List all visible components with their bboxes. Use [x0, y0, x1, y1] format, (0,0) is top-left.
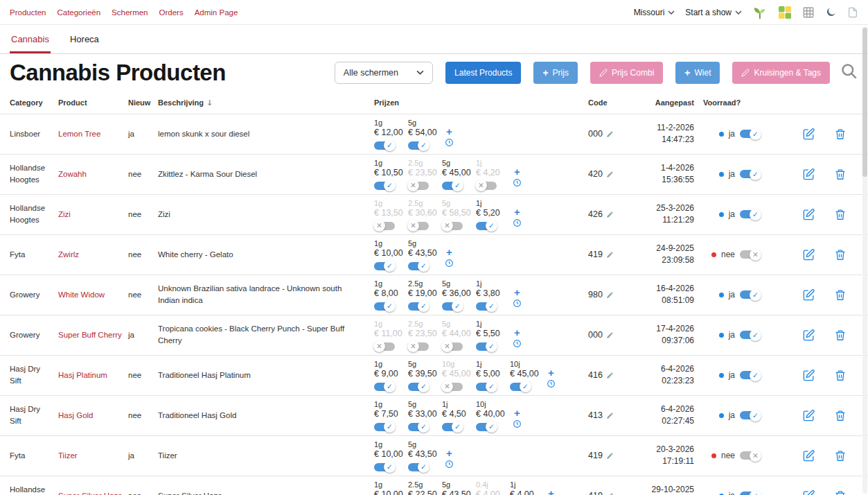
price-schedule-icon[interactable]	[513, 299, 522, 308]
price-toggle[interactable]: ✓	[374, 302, 395, 311]
price-toggle[interactable]: ✕	[476, 182, 497, 190]
add-price-button[interactable]: +	[548, 370, 554, 376]
code-edit-icon[interactable]	[606, 130, 614, 138]
add-price-button[interactable]: +	[514, 168, 520, 175]
location-dropdown[interactable]: Missouri	[634, 8, 675, 17]
edit-button[interactable]	[802, 329, 815, 342]
price-schedule-icon[interactable]	[445, 259, 454, 268]
add-price-button[interactable]: +	[446, 128, 452, 135]
stock-toggle[interactable]: ✕	[740, 250, 761, 259]
code-edit-icon[interactable]	[606, 492, 614, 495]
stock-toggle[interactable]: ✓	[740, 130, 761, 138]
price-toggle[interactable]: ✕	[408, 182, 429, 190]
price-toggle[interactable]: ✓	[476, 222, 497, 230]
code-edit-icon[interactable]	[606, 452, 614, 460]
stock-toggle[interactable]: ✓	[740, 290, 761, 299]
code-edit-icon[interactable]	[606, 171, 614, 178]
delete-button[interactable]	[834, 208, 847, 221]
price-toggle[interactable]: ✓	[408, 423, 429, 431]
price-toggle[interactable]: ✓	[408, 463, 429, 471]
price-toggle[interactable]: ✕	[408, 222, 429, 230]
price-toggle[interactable]: ✓	[374, 141, 395, 150]
price-toggle[interactable]: ✕	[374, 342, 395, 351]
grid-icon[interactable]	[802, 6, 815, 19]
delete-button[interactable]	[834, 449, 847, 462]
kruisingen-tags-button[interactable]: Kruisingen & Tags	[732, 62, 830, 84]
code-edit-icon[interactable]	[606, 211, 614, 218]
scrollbar-thumb[interactable]	[862, 28, 867, 177]
add-price-button[interactable]: +	[548, 490, 554, 495]
price-toggle[interactable]: ✓	[476, 302, 497, 311]
edit-button[interactable]	[802, 128, 815, 141]
product-link[interactable]: Tiizer	[58, 451, 78, 460]
code-edit-icon[interactable]	[606, 412, 614, 419]
price-toggle[interactable]: ✓	[476, 342, 497, 351]
price-toggle[interactable]: ✓	[408, 141, 429, 150]
code-edit-icon[interactable]	[606, 251, 614, 259]
stock-toggle[interactable]: ✓	[740, 492, 761, 495]
edit-button[interactable]	[802, 489, 815, 495]
edit-button[interactable]	[802, 248, 815, 261]
add-price-button[interactable]: +	[514, 410, 520, 417]
tab-cannabis[interactable]: Cannabis	[10, 25, 51, 53]
price-toggle[interactable]: ✓	[374, 262, 395, 270]
product-link[interactable]: White Widow	[58, 290, 105, 299]
code-edit-icon[interactable]	[606, 331, 614, 339]
add-price-button[interactable]: +	[514, 209, 520, 216]
start-show-dropdown[interactable]: Start a show	[685, 8, 742, 17]
edit-button[interactable]	[802, 369, 815, 382]
edit-button[interactable]	[802, 288, 815, 302]
stock-toggle[interactable]: ✓	[740, 210, 761, 218]
product-link[interactable]: Zizi	[58, 210, 71, 218]
delete-button[interactable]	[834, 369, 847, 382]
price-schedule-icon[interactable]	[445, 460, 454, 469]
prijs-combi-button[interactable]: Prijs Combi	[590, 62, 663, 84]
code-edit-icon[interactable]	[606, 291, 614, 299]
code-edit-icon[interactable]	[606, 372, 614, 379]
price-toggle[interactable]: ✕	[442, 222, 463, 230]
price-schedule-icon[interactable]	[513, 339, 522, 348]
product-link[interactable]: Super Silver Haze	[58, 492, 123, 495]
dark-mode-icon[interactable]	[825, 6, 837, 18]
search-icon[interactable]	[840, 62, 858, 83]
delete-button[interactable]	[834, 409, 847, 422]
price-toggle[interactable]: ✕	[442, 342, 463, 351]
delete-button[interactable]	[834, 128, 847, 141]
vertical-scrollbar[interactable]	[862, 26, 867, 494]
nav-item-orders[interactable]: Orders	[159, 8, 184, 17]
nav-item-producten[interactable]: Producten	[10, 8, 46, 17]
document-icon[interactable]	[847, 6, 858, 19]
nav-item-categorieen[interactable]: Categorieën	[57, 8, 100, 17]
edit-button[interactable]	[802, 208, 815, 221]
price-toggle[interactable]: ✓	[374, 463, 395, 471]
product-link[interactable]: Hasj Gold	[58, 411, 94, 419]
add-price-button[interactable]: +	[446, 249, 452, 256]
price-toggle[interactable]: ✓	[408, 302, 429, 311]
tab-horeca[interactable]: Horeca	[69, 25, 100, 53]
delete-button[interactable]	[834, 288, 847, 302]
price-schedule-icon[interactable]	[513, 178, 522, 187]
price-toggle[interactable]: ✓	[374, 423, 395, 431]
price-toggle[interactable]: ✓	[374, 182, 395, 190]
price-schedule-icon[interactable]	[513, 419, 522, 428]
latest-products-button[interactable]: Latest Products	[445, 62, 521, 84]
stock-toggle[interactable]: ✓	[740, 170, 761, 178]
price-toggle[interactable]: ✕	[374, 222, 395, 230]
price-schedule-icon[interactable]	[547, 379, 556, 388]
price-toggle[interactable]: ✕	[408, 342, 429, 351]
col-beschrijving[interactable]: Beschrijving ↓	[158, 98, 371, 107]
price-schedule-icon[interactable]	[445, 138, 454, 147]
edit-button[interactable]	[802, 168, 815, 181]
price-toggle[interactable]: ✓	[510, 383, 531, 391]
price-toggle[interactable]: ✓	[442, 302, 463, 311]
price-toggle[interactable]: ✓	[408, 262, 429, 270]
price-toggle[interactable]: ✓	[408, 383, 429, 391]
edit-button[interactable]	[802, 409, 815, 422]
delete-button[interactable]	[834, 168, 847, 181]
product-link[interactable]: Zwirlz	[58, 250, 79, 259]
price-toggle[interactable]: ✕	[442, 383, 463, 391]
stock-toggle[interactable]: ✓	[740, 371, 761, 379]
price-toggle[interactable]: ✓	[374, 383, 395, 391]
edit-button[interactable]	[802, 449, 815, 462]
delete-button[interactable]	[834, 248, 847, 261]
